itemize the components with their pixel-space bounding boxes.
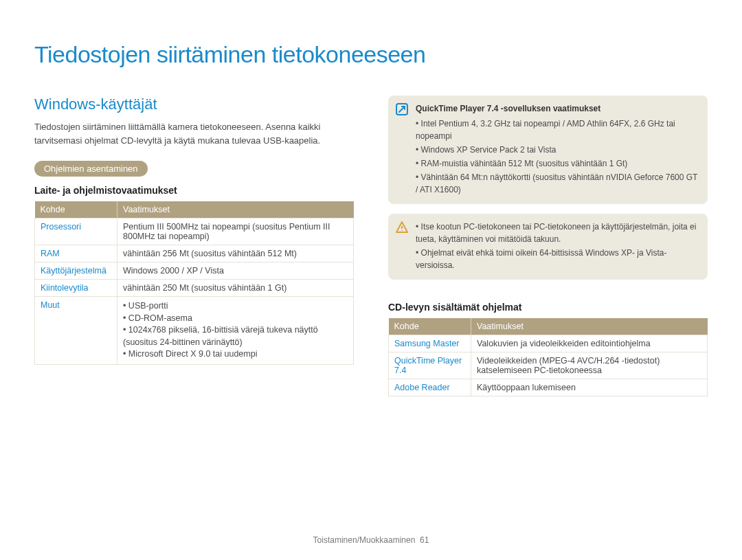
left-column: Windows-käyttäjät Tiedostojen siirtämine… [34, 96, 354, 396]
list-item: Itse kootun PC-tietokoneen tai PC-tietok… [416, 221, 698, 245]
req-key: Käyttöjärjestelmä [35, 262, 117, 280]
callout-list: Intel Pentium 4, 3.2 GHz tai nopeampi / … [416, 117, 698, 196]
svg-point-2 [401, 230, 403, 232]
table-row: Muut USB-portti CD-ROM-asema 1024x768 pi… [35, 297, 354, 365]
table-header-row: Kohde Vaatimukset [389, 318, 708, 335]
req-value: Windows 2000 / XP / Vista [117, 262, 354, 280]
note-icon [395, 102, 409, 116]
cd-programs-subheading: CD-levyn sisältämät ohjelmat [388, 302, 708, 313]
req-value: vähintään 256 Mt (suositus vähintään 512… [117, 245, 354, 262]
table-row: RAM vähintään 256 Mt (suositus vähintään… [35, 245, 354, 262]
table-row: QuickTime Player 7.4 Videoleikkeiden (MP… [389, 352, 708, 379]
cd-programs-table: Kohde Vaatimukset Samsung Master Valokuv… [388, 318, 708, 396]
program-name: QuickTime Player 7.4 [389, 352, 471, 379]
program-name: Samsung Master [389, 335, 471, 352]
req-value: vähintään 250 Mt (suositus vähintään 1 G… [117, 280, 354, 297]
page-number: 61 [420, 535, 429, 545]
table-header-kohde: Kohde [389, 318, 471, 335]
page-title: Tiedostojen siirtäminen tietokoneeseen [34, 41, 708, 68]
list-item: Microsoft Direct X 9.0 tai uudempi [123, 348, 348, 361]
right-column: QuickTime Player 7.4 -sovelluksen vaatim… [388, 96, 708, 396]
table-row: Adobe Reader Käyttöoppaan lukemiseen [389, 379, 708, 396]
quicktime-requirements-callout: QuickTime Player 7.4 -sovelluksen vaatim… [388, 96, 708, 204]
program-desc: Käyttöoppaan lukemiseen [471, 379, 708, 396]
req-key: RAM [35, 245, 117, 262]
warning-icon [395, 221, 409, 234]
table-row: Samsung Master Valokuvien ja videoleikke… [389, 335, 708, 352]
table-row: Prosessori Pentium III 500MHz tai nopeam… [35, 219, 354, 245]
program-desc: Videoleikkeiden (MPEG-4 AVC/H.264 -tiedo… [471, 352, 708, 379]
table-header-kohde: Kohde [35, 201, 117, 219]
program-desc: Valokuvien ja videoleikkeiden editointio… [471, 335, 708, 352]
callout-heading: QuickTime Player 7.4 -sovelluksen vaatim… [416, 102, 698, 115]
two-column-layout: Windows-käyttäjät Tiedostojen siirtämine… [34, 96, 708, 396]
requirements-table: Kohde Vaatimukset Prosessori Pentium III… [34, 201, 354, 365]
req-value: Pentium III 500MHz tai nopeampi (suositu… [117, 219, 354, 245]
footer-section: Toistaminen/Muokkaaminen [313, 535, 416, 545]
warranty-warning-callout: Itse kootun PC-tietokoneen tai PC-tietok… [388, 214, 708, 280]
list-item: Vähintään 64 Mt:n näyttökortti (suositus… [416, 171, 698, 196]
table-header-vaatimukset: Vaatimukset [117, 201, 354, 219]
list-item: RAM-muistia vähintään 512 Mt (suositus v… [416, 157, 698, 170]
table-row: Käyttöjärjestelmä Windows 2000 / XP / Vi… [35, 262, 354, 280]
windows-users-heading: Windows-käyttäjät [34, 96, 354, 113]
req-key: Kiintolevytila [35, 280, 117, 297]
table-header-row: Kohde Vaatimukset [35, 201, 354, 219]
list-item: Windows XP Service Pack 2 tai Vista [416, 144, 698, 156]
req-key: Muut [35, 297, 117, 365]
list-item: Intel Pentium 4, 3.2 GHz tai nopeampi / … [416, 117, 698, 142]
list-item: CD-ROM-asema [123, 313, 348, 325]
table-header-vaatimukset: Vaatimukset [471, 318, 708, 335]
requirements-subheading: Laite- ja ohjelmistovaatimukset [34, 185, 354, 196]
req-value-list: USB-portti CD-ROM-asema 1024x768 pikseli… [123, 300, 348, 361]
page-footer: Toistaminen/Muokkaaminen 61 [0, 535, 742, 545]
req-value: USB-portti CD-ROM-asema 1024x768 pikseli… [117, 297, 354, 365]
req-key: Prosessori [35, 219, 117, 245]
table-row: Kiintolevytila vähintään 250 Mt (suositu… [35, 280, 354, 297]
list-item: USB-portti [123, 300, 348, 313]
intro-text: Tiedostojen siirtäminen liittämällä kame… [34, 120, 354, 147]
list-item: 1024x768 pikseliä, 16-bittisiä värejä tu… [123, 324, 348, 348]
list-item: Ohjelmat eivät ehkä toimi oikein 64-bitt… [416, 247, 698, 271]
callout-list: Itse kootun PC-tietokoneen tai PC-tietok… [416, 221, 698, 271]
install-programs-pill: Ohjelmien asentaminen [34, 161, 148, 177]
program-name: Adobe Reader [389, 379, 471, 396]
